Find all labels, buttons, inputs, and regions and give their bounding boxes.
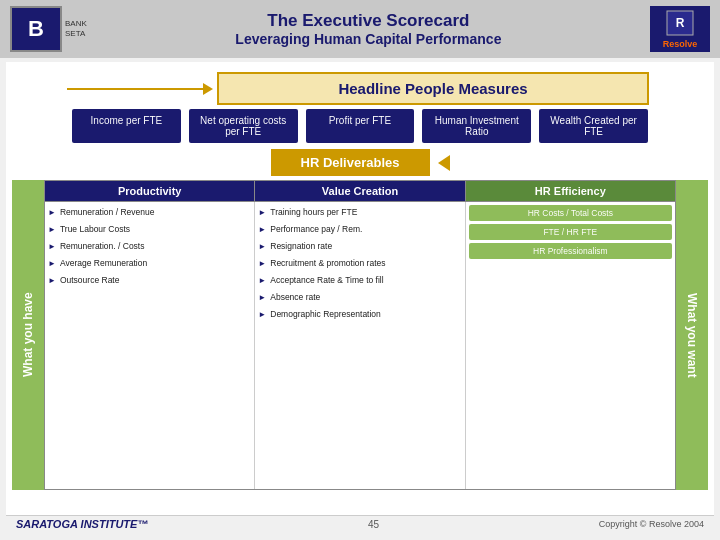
list-item[interactable]: Remuneration / Revenue: [48, 205, 251, 219]
list-item[interactable]: HR Professionalism: [469, 243, 672, 259]
category-productivity: Productivity: [45, 181, 255, 201]
list-item[interactable]: Recruitment & promotion rates: [258, 256, 461, 270]
svg-text:R: R: [676, 16, 685, 30]
resolve-logo: R Resolve: [650, 6, 710, 52]
list-item[interactable]: Outsource Rate: [48, 273, 251, 287]
title-line1: The Executive Scorecard: [87, 11, 650, 31]
list-item[interactable]: Average Remuneration: [48, 256, 251, 270]
measures-row: Income per FTE Net operating costs per F…: [72, 109, 648, 143]
measure-profit: Profit per FTE: [306, 109, 415, 143]
resolve-icon: R: [665, 9, 695, 37]
list-item[interactable]: FTE / HR FTE: [469, 224, 672, 240]
hr-deliverables-row: HR Deliverables: [72, 149, 648, 176]
list-item[interactable]: Demographic Representation: [258, 307, 461, 321]
list-item[interactable]: Performance pay / Rem.: [258, 222, 461, 236]
side-label-right: What you want: [676, 180, 708, 490]
headline-label: Headline People Measures: [338, 80, 527, 97]
category-hr-efficiency: HR Efficiency: [466, 181, 675, 201]
list-item[interactable]: True Labour Costs: [48, 222, 251, 236]
hr-efficiency-col: HR Costs / Total Costs FTE / HR FTE HR P…: [466, 202, 675, 489]
center-grid: Productivity Value Creation HR Efficienc…: [44, 180, 676, 490]
copyright: Copyright © Resolve 2004: [599, 519, 704, 529]
measure-wealth: Wealth Created per FTE: [539, 109, 648, 143]
page-number: 45: [368, 519, 379, 530]
list-item[interactable]: Remuneration. / Costs: [48, 239, 251, 253]
list-item[interactable]: Training hours per FTE: [258, 205, 461, 219]
hr-deliverables-box: HR Deliverables: [271, 149, 430, 176]
header: B BANKSETA The Executive Scorecard Lever…: [0, 0, 720, 58]
list-item[interactable]: HR Costs / Total Costs: [469, 205, 672, 221]
value-creation-col: Training hours per FTE Performance pay /…: [255, 202, 465, 489]
list-item[interactable]: Acceptance Rate & Time to fill: [258, 273, 461, 287]
list-item[interactable]: Resignation rate: [258, 239, 461, 253]
header-title-block: The Executive Scorecard Leveraging Human…: [87, 11, 650, 47]
footer: SARATOGA INSTITUTE™ 45 Copyright © Resol…: [6, 515, 714, 532]
items-grid: Remuneration / Revenue True Labour Costs…: [45, 201, 675, 489]
category-row: Productivity Value Creation HR Efficienc…: [45, 181, 675, 201]
hr-deliverables-label: HR Deliverables: [301, 155, 400, 170]
saratoga-logo: SARATOGA INSTITUTE™: [16, 518, 148, 530]
bank-seta-logo: B: [10, 6, 62, 52]
measure-net-operating: Net operating costs per FTE: [189, 109, 298, 143]
list-item[interactable]: Absence rate: [258, 290, 461, 304]
productivity-col: Remuneration / Revenue True Labour Costs…: [45, 202, 255, 489]
measure-human-investment: Human Investment Ratio: [422, 109, 531, 143]
category-value-creation: Value Creation: [255, 181, 465, 201]
bottom-section: What you have Productivity Value Creatio…: [12, 180, 708, 490]
logo-sub-text: BANKSETA: [65, 19, 87, 40]
logo-letter: B: [28, 16, 44, 42]
measure-income: Income per FTE: [72, 109, 181, 143]
headline-box: Headline People Measures: [217, 72, 649, 105]
hr-deliverables-arrow: [438, 155, 450, 171]
side-label-left: What you have: [12, 180, 44, 490]
title-line2: Leveraging Human Capital Performance: [87, 31, 650, 47]
resolve-label: Resolve: [663, 39, 698, 49]
main-content: Headline People Measures Income per FTE …: [6, 62, 714, 532]
